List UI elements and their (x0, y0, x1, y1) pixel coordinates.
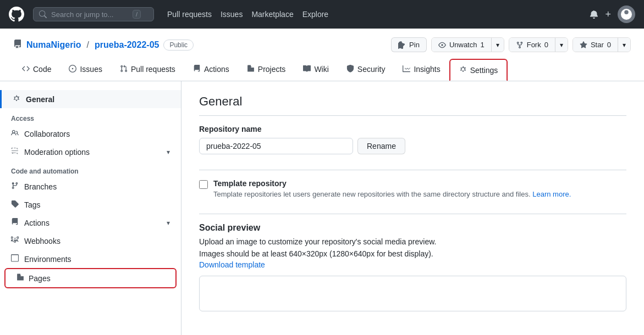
tab-wiki[interactable]: Wiki (294, 59, 337, 81)
star-button[interactable]: Star 0 (573, 38, 618, 52)
repo-name-label: Repository name (199, 125, 626, 133)
repo-separator: / (87, 40, 89, 50)
sidebar-item-environments[interactable]: Environments (0, 250, 181, 268)
security-icon (346, 65, 354, 74)
tab-actions-label: Actions (204, 65, 229, 74)
environments-label: Environments (24, 255, 71, 264)
content-area: General Repository name Rename Template … (181, 81, 644, 335)
tab-code-label: Code (33, 65, 51, 74)
unwatch-dropdown[interactable]: ▾ (492, 38, 504, 52)
sidebar-item-pages[interactable]: Pages (4, 268, 177, 288)
fork-dropdown[interactable]: ▾ (555, 38, 568, 52)
sidebar-item-actions[interactable]: Actions ▾ (0, 214, 181, 232)
fork-count: 0 (544, 41, 548, 49)
actions-icon (193, 65, 201, 74)
github-logo[interactable] (9, 7, 24, 22)
download-template-link[interactable]: Download template (199, 260, 265, 269)
search-box[interactable]: / (33, 7, 154, 21)
repo-name-section: Repository name Rename (199, 125, 626, 154)
search-input[interactable] (51, 10, 128, 19)
unwatch-button[interactable]: Unwatch 1 (432, 38, 492, 52)
avatar[interactable] (618, 5, 635, 23)
tags-icon (11, 200, 20, 209)
page-title: General (199, 94, 626, 116)
tab-wiki-label: Wiki (314, 65, 328, 74)
fork-button[interactable]: Fork 0 (509, 38, 555, 52)
explore-link[interactable]: Explore (302, 10, 328, 19)
tab-settings[interactable]: Settings (449, 59, 508, 81)
repo-owner[interactable]: NumaNigerio (26, 40, 81, 50)
moderation-chevron: ▾ (167, 148, 170, 156)
branches-label: Branches (24, 182, 57, 191)
branches-icon (11, 182, 20, 191)
wiki-icon (303, 65, 311, 74)
divider-2 (199, 214, 626, 214)
tab-actions[interactable]: Actions (184, 59, 238, 81)
tab-projects[interactable]: Projects (238, 59, 295, 81)
tab-settings-label: Settings (470, 66, 498, 75)
star-button-group: Star 0 ▾ (573, 37, 631, 52)
sidebar-item-general[interactable]: General (0, 90, 181, 108)
actions-chevron: ▾ (167, 219, 170, 227)
sidebar-item-moderation[interactable]: Moderation options ▾ (0, 143, 181, 161)
actions-sidebar-icon (11, 218, 20, 227)
nav-links: Pull requests Issues Marketplace Explore (167, 10, 328, 19)
actions-label: Actions (24, 219, 49, 227)
tab-issues[interactable]: Issues (60, 59, 111, 81)
tab-insights[interactable]: Insights (394, 59, 449, 81)
repo-name-link[interactable]: prueba-2022-05 (95, 40, 159, 50)
social-desc-2: Images should be at least 640×320px (128… (199, 249, 626, 258)
sidebar-item-branches[interactable]: Branches (0, 177, 181, 196)
repo-name-form-row: Rename (199, 138, 626, 154)
add-button[interactable]: + (605, 9, 611, 20)
tab-insights-label: Insights (414, 65, 440, 74)
tab-pull-requests[interactable]: Pull requests (111, 59, 184, 81)
general-label: General (26, 95, 54, 104)
tab-issues-label: Issues (80, 65, 102, 74)
collaborators-label: Collaborators (24, 130, 70, 138)
repo-icon (13, 40, 22, 51)
projects-icon (247, 65, 255, 74)
pr-icon (120, 65, 128, 74)
pin-button[interactable]: Pin (391, 37, 427, 52)
social-desc-1: Upload an image to customize your reposi… (199, 237, 626, 246)
search-kbd: / (133, 10, 141, 19)
visibility-badge: Public (163, 40, 194, 51)
pull-requests-link[interactable]: Pull requests (167, 10, 212, 19)
moderation-label: Moderation options (24, 148, 90, 157)
repo-tabs: Code Issues Pull requests Actions Projec… (13, 59, 631, 81)
star-dropdown[interactable]: ▾ (618, 38, 630, 52)
gear-icon (13, 94, 21, 104)
tab-security[interactable]: Security (338, 59, 394, 81)
marketplace-link[interactable]: Marketplace (251, 10, 293, 19)
unwatch-label: Unwatch (449, 41, 477, 49)
divider-1 (199, 170, 626, 170)
learn-more-link[interactable]: Learn more. (532, 190, 571, 198)
repo-name-input[interactable] (199, 138, 353, 154)
environments-icon (11, 254, 20, 264)
moderation-icon (11, 147, 20, 157)
tab-code[interactable]: Code (13, 59, 60, 81)
sidebar-item-webhooks[interactable]: Webhooks (0, 232, 181, 250)
rename-button[interactable]: Rename (357, 138, 405, 154)
template-repo-row: Template repository Template repositorie… (199, 179, 626, 198)
repo-title-row: NumaNigerio / prueba-2022-05 Public Pin … (13, 37, 631, 52)
sidebar-item-collaborators[interactable]: Collaborators (0, 125, 181, 143)
tab-security-label: Security (357, 65, 386, 74)
issues-link[interactable]: Issues (221, 10, 243, 19)
settings-icon (459, 65, 467, 75)
fork-button-group: Fork 0 ▾ (509, 37, 568, 52)
code-automation-section-label: Code and automation (0, 161, 181, 177)
sidebar-item-tags[interactable]: Tags (0, 196, 181, 214)
social-preview-section: Social preview Upload an image to custom… (199, 223, 626, 311)
social-preview-title: Social preview (199, 223, 626, 233)
template-repo-desc: Template repositories let users generate… (213, 190, 571, 198)
top-navigation: / Pull requests Issues Marketplace Explo… (0, 0, 644, 29)
template-repo-checkbox[interactable] (199, 180, 208, 189)
template-repo-desc-container: Template repository Template repositorie… (213, 179, 571, 198)
tab-pull-requests-label: Pull requests (131, 65, 175, 74)
collaborators-icon (11, 129, 20, 138)
tags-label: Tags (24, 200, 41, 209)
repo-header: NumaNigerio / prueba-2022-05 Public Pin … (0, 29, 644, 81)
notifications-button[interactable] (590, 10, 598, 19)
